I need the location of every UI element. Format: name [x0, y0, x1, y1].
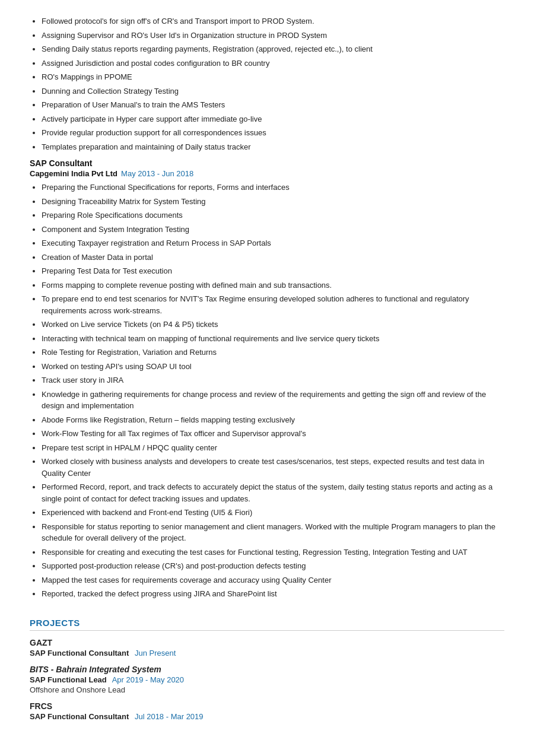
- list-item: Interacting with technical team on mappi…: [42, 333, 504, 345]
- list-item: RO's Mappings in PPOME: [42, 71, 504, 83]
- top-bullet-list: Followed protocol's for sign off's of CR…: [42, 15, 504, 153]
- project-date: Jul 2018 - Mar 2019: [132, 712, 203, 721]
- list-item: Reported, tracked the defect progress us…: [42, 588, 504, 600]
- list-item: Preparation of User Manual's to train th…: [42, 99, 504, 111]
- list-item: To prepare end to end test scenarios for…: [42, 293, 504, 316]
- project-date: Jun Present: [132, 649, 176, 657]
- project-item: FRCSSAP Functional Consultant Jul 2018 -…: [30, 701, 504, 721]
- list-item: Dunning and Collection Strategy Testing: [42, 85, 504, 97]
- project-item: GAZTSAP Functional Consultant Jun Presen…: [30, 638, 504, 657]
- project-name: FRCS: [30, 701, 504, 711]
- company-name: Capgemini India Pvt Ltd: [30, 169, 117, 178]
- date-range: May 2013 - Jun 2018: [121, 169, 193, 178]
- project-role-line: SAP Functional Lead Apr 2019 - May 2020: [30, 675, 504, 684]
- list-item: Preparing the Functional Specifications …: [42, 182, 504, 193]
- list-item: Track user story in JIRA: [42, 374, 504, 386]
- list-item: Followed protocol's for sign off's of CR…: [42, 15, 504, 27]
- projects-section: PROJECTS GAZTSAP Functional Consultant J…: [30, 618, 504, 721]
- sap-consultant-section: SAP Consultant Capgemini India Pvt LtdMa…: [30, 158, 504, 600]
- list-item: Abode Forms like Registration, Return – …: [42, 414, 504, 426]
- list-item: Experienced with backend and Front-end T…: [42, 507, 504, 519]
- list-item: Performed Record, report, and track defe…: [42, 481, 504, 504]
- project-note: Offshore and Onshore Lead: [30, 685, 504, 694]
- projects-heading: PROJECTS: [30, 618, 504, 628]
- list-item: Designing Traceability Matrix for System…: [42, 196, 504, 208]
- company-line: Capgemini India Pvt LtdMay 2013 - Jun 20…: [30, 169, 504, 178]
- list-item: Executing Taxpayer registration and Retu…: [42, 237, 504, 249]
- projects-divider: [30, 630, 504, 631]
- list-item: Forms mapping to complete revenue postin…: [42, 279, 504, 291]
- project-role: SAP Functional Lead: [30, 675, 107, 684]
- list-item: Work-Flow Testing for all Tax regimes of…: [42, 428, 504, 440]
- sap-consultant-bullets: Preparing the Functional Specifications …: [42, 182, 504, 600]
- list-item: Worked closely with business analysts an…: [42, 456, 504, 479]
- project-role-line: SAP Functional Consultant Jul 2018 - Mar…: [30, 712, 504, 721]
- list-item: Preparing Test Data for Test execution: [42, 265, 504, 277]
- list-item: Knowledge in gathering requirements for …: [42, 389, 504, 412]
- project-role: SAP Functional Consultant: [30, 649, 129, 657]
- list-item: Mapped the test cases for requirements c…: [42, 574, 504, 586]
- project-date: Apr 2019 - May 2020: [110, 675, 184, 684]
- project-name: GAZT: [30, 638, 504, 647]
- project-role-line: SAP Functional Consultant Jun Present: [30, 649, 504, 657]
- list-item: Actively participate in Hyper care suppo…: [42, 113, 504, 125]
- projects-list: GAZTSAP Functional Consultant Jun Presen…: [30, 638, 504, 721]
- list-item: Creation of Master Data in portal: [42, 252, 504, 263]
- list-item: Provide regular production support for a…: [42, 127, 504, 139]
- list-item: Responsible for status reporting to seni…: [42, 521, 504, 544]
- list-item: Role Testing for Registration, Variation…: [42, 347, 504, 358]
- list-item: Assigning Supervisor and RO's User Id's …: [42, 30, 504, 42]
- project-item: BITS - Bahrain Integrated SystemSAP Func…: [30, 665, 504, 694]
- list-item: Worked on Live service Tickets (on P4 & …: [42, 319, 504, 331]
- list-item: Responsible for creating and executing t…: [42, 547, 504, 558]
- list-item: Templates preparation and maintaining of…: [42, 141, 504, 153]
- list-item: Supported post-production release (CR's)…: [42, 560, 504, 572]
- list-item: Worked on testing API's using SOAP UI to…: [42, 361, 504, 373]
- list-item: Prepare test script in HPALM / HPQC qual…: [42, 442, 504, 454]
- list-item: Component and System Integration Testing: [42, 224, 504, 236]
- project-role: SAP Functional Consultant: [30, 712, 129, 721]
- list-item: Sending Daily status reports regarding p…: [42, 43, 504, 55]
- list-item: Preparing Role Specifications documents: [42, 209, 504, 221]
- job-title: SAP Consultant: [30, 158, 504, 168]
- project-name: BITS - Bahrain Integrated System: [30, 665, 504, 674]
- list-item: Assigned Jurisdiction and postal codes c…: [42, 58, 504, 69]
